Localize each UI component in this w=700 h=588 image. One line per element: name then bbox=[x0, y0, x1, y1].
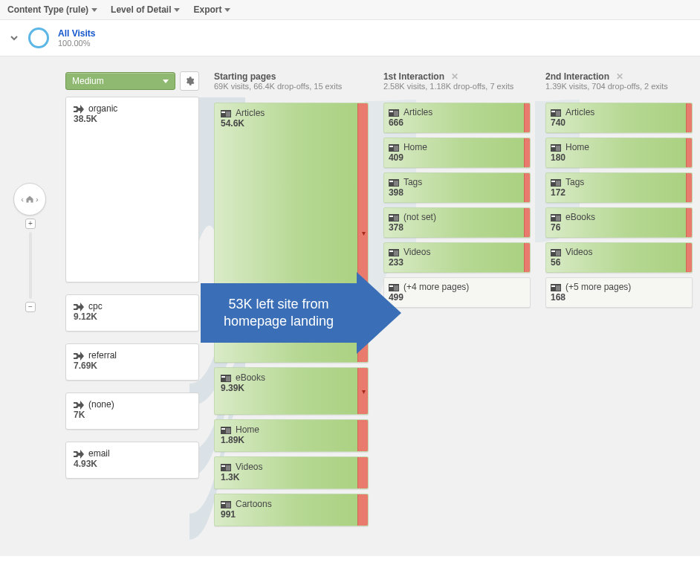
node-value: 1.89K bbox=[221, 435, 362, 445]
node-label: (+4 more pages) bbox=[404, 282, 469, 292]
node-value: 409 bbox=[389, 152, 525, 163]
node-value: 168 bbox=[551, 292, 687, 303]
chevron-down-icon bbox=[163, 80, 169, 83]
arrow-down-icon: ▾ bbox=[362, 387, 366, 395]
flow-icon bbox=[74, 352, 84, 361]
int1-node-list: Articles666Home409Tags398(not set)378Vid… bbox=[383, 103, 531, 308]
column-title: 1st Interaction bbox=[383, 71, 444, 82]
export-label: Export bbox=[193, 4, 221, 15]
source-card[interactable]: cpc9.12K bbox=[65, 294, 199, 332]
flow-node[interactable]: Home180 bbox=[545, 138, 693, 168]
zoom-slider[interactable] bbox=[29, 232, 32, 299]
node-value: 54.6K bbox=[221, 118, 362, 129]
page-icon bbox=[551, 179, 561, 187]
flow-canvas[interactable]: ‹ › + − 53K left site from homepage land… bbox=[0, 56, 700, 556]
flow-node[interactable]: Videos233 bbox=[383, 242, 531, 273]
node-label: eBooks bbox=[236, 372, 265, 383]
content-type-label: Content Type (rule) bbox=[7, 4, 88, 15]
zoom-out-button[interactable]: − bbox=[25, 302, 36, 312]
source-card[interactable]: organic38.5K bbox=[65, 97, 199, 282]
gear-icon bbox=[184, 76, 195, 86]
page-icon bbox=[221, 464, 231, 471]
svg-rect-40 bbox=[551, 181, 555, 182]
remove-step-button[interactable]: ✕ bbox=[451, 71, 458, 82]
page-icon bbox=[221, 110, 231, 117]
flow-node[interactable]: Tags172 bbox=[545, 172, 693, 203]
source-value: 9.12K bbox=[74, 311, 191, 322]
flow-node[interactable]: eBooks76 bbox=[545, 207, 693, 238]
svg-rect-34 bbox=[551, 111, 555, 112]
node-label: Videos bbox=[236, 462, 262, 472]
segment-bar: All Visits 100.00% bbox=[0, 20, 700, 56]
svg-rect-44 bbox=[556, 216, 560, 221]
svg-rect-1 bbox=[221, 112, 225, 113]
content-type-dropdown[interactable]: Content Type (rule) bbox=[7, 4, 97, 15]
flow-node[interactable]: (not set)378 bbox=[383, 207, 531, 238]
svg-rect-46 bbox=[551, 251, 555, 252]
source-card[interactable]: email4.93K bbox=[65, 442, 199, 479]
dimension-settings-button[interactable] bbox=[180, 71, 199, 91]
node-label: Tags bbox=[404, 177, 422, 187]
node-value: 233 bbox=[389, 257, 525, 268]
svg-rect-49 bbox=[551, 285, 555, 287]
dropoff-bar bbox=[524, 208, 530, 237]
node-label: Articles bbox=[236, 108, 265, 118]
source-card[interactable]: (none)7K bbox=[65, 392, 199, 430]
flow-node[interactable]: Videos1.3K bbox=[214, 456, 369, 489]
page-icon bbox=[389, 109, 399, 117]
svg-rect-5 bbox=[226, 376, 230, 381]
flow-icon bbox=[74, 450, 84, 459]
pan-orb[interactable]: ‹ › bbox=[13, 183, 46, 216]
page-icon bbox=[389, 144, 399, 152]
node-label: Videos bbox=[404, 247, 430, 257]
flow-node[interactable]: eBooks9.39K▾ bbox=[214, 367, 369, 415]
svg-rect-37 bbox=[551, 146, 555, 147]
segment-circle-icon bbox=[28, 28, 49, 48]
node-label: (+5 more pages) bbox=[565, 282, 631, 292]
flow-node[interactable]: (+5 more pages)168 bbox=[545, 277, 693, 308]
svg-rect-11 bbox=[226, 465, 230, 471]
dropoff-bar bbox=[686, 243, 692, 272]
flow-node[interactable]: (+4 more pages)499 bbox=[383, 277, 531, 308]
collapse-segment-button[interactable] bbox=[9, 33, 19, 43]
home-icon bbox=[25, 195, 34, 204]
svg-rect-19 bbox=[389, 146, 393, 147]
segment-title: All Visits bbox=[58, 28, 95, 39]
page-icon bbox=[551, 249, 561, 256]
flow-node[interactable]: Cartoons991 bbox=[214, 494, 369, 526]
export-dropdown[interactable]: Export bbox=[193, 4, 230, 15]
node-label: Videos bbox=[565, 247, 592, 257]
flow-node[interactable]: Videos56 bbox=[545, 242, 693, 273]
svg-rect-26 bbox=[394, 216, 398, 221]
svg-rect-8 bbox=[226, 428, 230, 433]
page-icon bbox=[221, 427, 231, 434]
svg-rect-41 bbox=[556, 181, 560, 186]
segment-info[interactable]: All Visits 100.00% bbox=[58, 28, 95, 48]
flow-node[interactable]: Home409 bbox=[383, 138, 531, 168]
dimension-selector[interactable]: Medium bbox=[65, 72, 175, 90]
node-label: Cartoons bbox=[236, 499, 272, 509]
flow-node[interactable]: Tags398 bbox=[383, 172, 531, 203]
flow-icon bbox=[74, 105, 84, 114]
page-icon bbox=[551, 109, 561, 117]
source-card[interactable]: referral7.69K bbox=[65, 343, 199, 381]
flow-node[interactable]: Articles666 bbox=[383, 103, 531, 133]
node-label: Tags bbox=[565, 177, 584, 187]
svg-rect-50 bbox=[556, 285, 560, 291]
zoom-in-button[interactable]: + bbox=[25, 219, 36, 229]
node-label: (not set) bbox=[404, 212, 436, 222]
svg-rect-22 bbox=[389, 181, 393, 182]
svg-rect-13 bbox=[221, 503, 225, 504]
arrow-right-icon bbox=[357, 272, 401, 354]
dropoff-bar bbox=[357, 494, 368, 526]
flow-node[interactable]: Articles740 bbox=[545, 103, 693, 133]
svg-rect-7 bbox=[221, 428, 225, 430]
column-title: Starting pages bbox=[214, 71, 369, 82]
node-value: 76 bbox=[551, 222, 687, 233]
chevron-down-icon bbox=[224, 8, 230, 12]
dropoff-bar bbox=[524, 138, 530, 167]
remove-step-button[interactable]: ✕ bbox=[616, 71, 623, 82]
flow-node[interactable]: Home1.89K bbox=[214, 419, 369, 452]
level-of-detail-dropdown[interactable]: Level of Detail bbox=[111, 4, 180, 15]
arrow-down-icon: ▾ bbox=[362, 229, 366, 237]
